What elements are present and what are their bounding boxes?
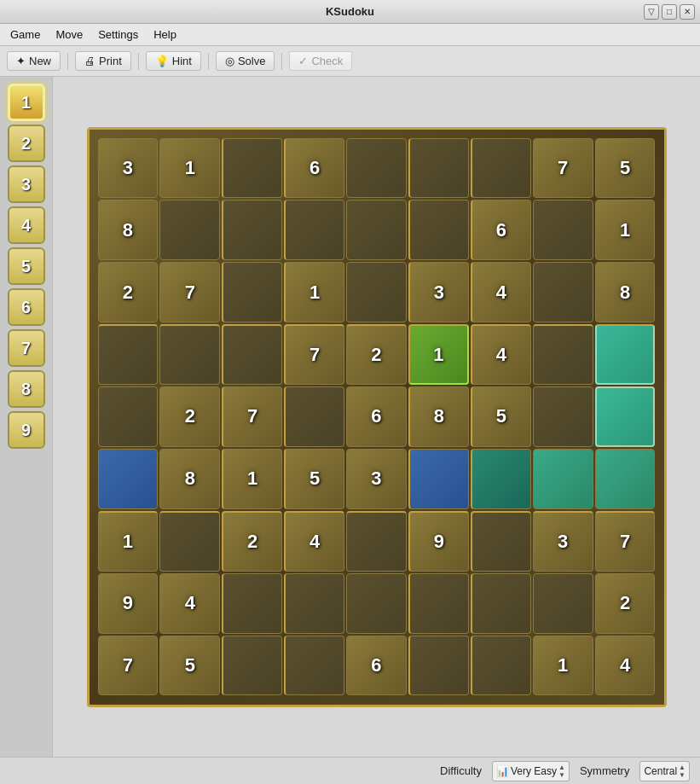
symmetry-dropdown[interactable]: Central ▲▼ bbox=[639, 761, 690, 781]
cell[interactable] bbox=[471, 449, 531, 509]
cell[interactable]: 7 bbox=[533, 138, 593, 199]
cell[interactable] bbox=[346, 262, 407, 322]
cell[interactable]: 7 bbox=[284, 324, 344, 385]
difficulty-arrows[interactable]: ▲▼ bbox=[558, 764, 565, 779]
cell[interactable] bbox=[222, 324, 282, 385]
menu-game[interactable]: Game bbox=[3, 26, 47, 43]
cell[interactable] bbox=[595, 449, 656, 509]
cell[interactable] bbox=[346, 138, 407, 199]
cell[interactable]: 3 bbox=[346, 449, 407, 509]
cell[interactable]: 1 bbox=[533, 636, 593, 696]
cell[interactable]: 1 bbox=[408, 324, 469, 385]
cell[interactable]: 5 bbox=[595, 138, 656, 199]
cell[interactable]: 3 bbox=[533, 511, 593, 572]
cell[interactable]: 8 bbox=[595, 262, 656, 322]
cell[interactable] bbox=[284, 573, 344, 634]
cell[interactable] bbox=[346, 573, 407, 634]
cell[interactable] bbox=[98, 449, 159, 509]
maximize-button[interactable]: □ bbox=[662, 4, 677, 20]
cell[interactable] bbox=[222, 138, 282, 199]
cell[interactable] bbox=[533, 324, 593, 385]
number-button-1[interactable]: 1 bbox=[8, 84, 45, 121]
menu-settings[interactable]: Settings bbox=[91, 26, 145, 43]
number-button-2[interactable]: 2 bbox=[8, 125, 45, 162]
cell[interactable] bbox=[408, 200, 469, 260]
number-button-5[interactable]: 5 bbox=[8, 247, 45, 285]
cell[interactable] bbox=[159, 200, 220, 260]
cell[interactable]: 1 bbox=[159, 138, 220, 199]
cell[interactable] bbox=[222, 200, 282, 260]
cell[interactable]: 2 bbox=[222, 511, 282, 572]
cell[interactable] bbox=[471, 511, 531, 572]
number-button-3[interactable]: 3 bbox=[8, 166, 45, 203]
cell[interactable] bbox=[533, 573, 593, 634]
cell[interactable] bbox=[533, 262, 593, 322]
cell[interactable]: 9 bbox=[408, 511, 469, 572]
cell[interactable] bbox=[222, 636, 282, 696]
cell[interactable] bbox=[595, 324, 656, 385]
cell[interactable]: 2 bbox=[595, 573, 656, 634]
cell[interactable] bbox=[159, 511, 220, 572]
number-button-6[interactable]: 6 bbox=[8, 288, 45, 326]
cell[interactable] bbox=[471, 138, 531, 199]
cell[interactable] bbox=[471, 636, 531, 696]
cell[interactable]: 3 bbox=[408, 262, 469, 322]
cell[interactable]: 2 bbox=[346, 324, 407, 385]
cell[interactable]: 1 bbox=[98, 511, 159, 572]
new-button[interactable]: ✦ New bbox=[7, 51, 61, 71]
cell[interactable]: 1 bbox=[222, 449, 282, 509]
cell[interactable]: 7 bbox=[159, 262, 220, 322]
number-button-7[interactable]: 7 bbox=[8, 329, 45, 367]
cell[interactable] bbox=[533, 386, 593, 447]
cell[interactable]: 7 bbox=[595, 511, 656, 572]
cell[interactable]: 8 bbox=[159, 449, 220, 509]
cell[interactable]: 7 bbox=[222, 386, 282, 447]
cell[interactable] bbox=[408, 636, 469, 696]
cell[interactable]: 9 bbox=[98, 573, 159, 634]
number-button-4[interactable]: 4 bbox=[8, 206, 45, 244]
cell[interactable] bbox=[471, 573, 531, 634]
check-button[interactable]: ✓ Check bbox=[289, 51, 352, 71]
cell[interactable] bbox=[408, 449, 469, 509]
cell[interactable]: 6 bbox=[346, 386, 407, 447]
cell[interactable]: 3 bbox=[98, 138, 159, 199]
cell[interactable] bbox=[284, 386, 344, 447]
hint-button[interactable]: 💡 Hint bbox=[146, 51, 201, 71]
cell[interactable]: 7 bbox=[98, 636, 159, 696]
menu-help[interactable]: Help bbox=[147, 26, 183, 43]
cell[interactable] bbox=[284, 636, 344, 696]
cell[interactable]: 2 bbox=[159, 386, 220, 447]
cell[interactable] bbox=[408, 138, 469, 199]
difficulty-dropdown[interactable]: 📊 Very Easy ▲▼ bbox=[492, 761, 570, 781]
cell[interactable] bbox=[159, 324, 220, 385]
cell[interactable]: 5 bbox=[159, 636, 220, 696]
symmetry-arrows[interactable]: ▲▼ bbox=[679, 764, 686, 779]
cell[interactable]: 4 bbox=[595, 636, 656, 696]
cell[interactable]: 5 bbox=[284, 449, 344, 509]
number-button-8[interactable]: 8 bbox=[8, 370, 45, 408]
cell[interactable] bbox=[533, 449, 593, 509]
cell[interactable] bbox=[222, 262, 282, 322]
cell[interactable] bbox=[533, 200, 593, 260]
cell[interactable]: 4 bbox=[471, 324, 531, 385]
solve-button[interactable]: ◎ Solve bbox=[216, 51, 275, 71]
cell[interactable] bbox=[98, 386, 159, 447]
menu-move[interactable]: Move bbox=[49, 26, 90, 43]
close-button[interactable]: ✕ bbox=[680, 4, 695, 20]
cell[interactable]: 4 bbox=[284, 511, 344, 572]
cell[interactable] bbox=[346, 511, 407, 572]
cell[interactable] bbox=[408, 573, 469, 634]
cell[interactable] bbox=[595, 386, 656, 447]
cell[interactable]: 8 bbox=[408, 386, 469, 447]
cell[interactable]: 6 bbox=[471, 200, 531, 260]
cell[interactable]: 4 bbox=[159, 573, 220, 634]
cell[interactable]: 2 bbox=[98, 262, 159, 322]
cell[interactable] bbox=[284, 200, 344, 260]
number-button-9[interactable]: 9 bbox=[8, 411, 45, 449]
cell[interactable]: 5 bbox=[471, 386, 531, 447]
cell[interactable] bbox=[346, 200, 407, 260]
cell[interactable]: 8 bbox=[98, 200, 159, 260]
cell[interactable]: 4 bbox=[471, 262, 531, 322]
cell[interactable]: 6 bbox=[284, 138, 344, 199]
cell[interactable]: 6 bbox=[346, 636, 407, 696]
